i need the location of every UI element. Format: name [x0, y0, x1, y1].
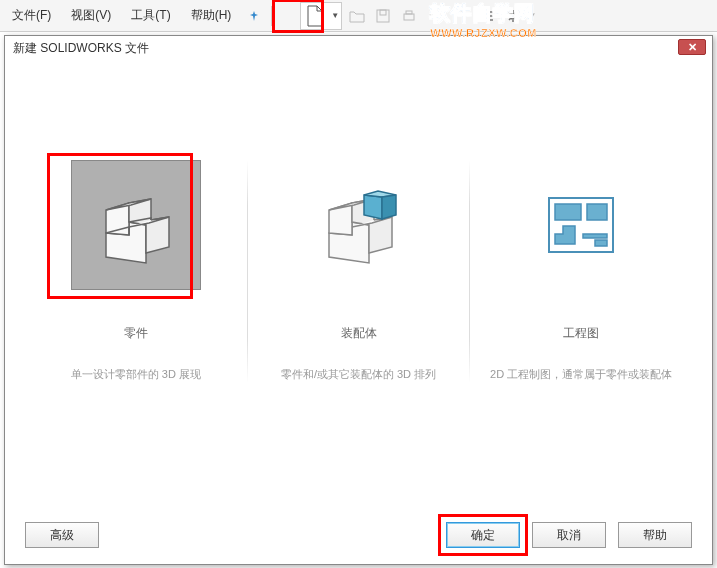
open-icon[interactable] [346, 5, 368, 27]
dialog-title-text: 新建 SOLIDWORKS 文件 [13, 40, 149, 57]
dialog-body: 零件 单一设计零部件的 3D 展现 装配体 零件和/或其它装配体的 3D [5, 60, 712, 403]
main-toolbar: 文件(F) 视图(V) 工具(T) 帮助(H) ▼ ↶ ↷ ▼ [0, 0, 717, 32]
svg-rect-3 [406, 11, 412, 14]
option-part-title: 零件 [124, 325, 148, 342]
watermark: 软件自学网 WWW.RJZXW.COM [430, 0, 537, 39]
option-assembly[interactable]: 装配体 零件和/或其它装配体的 3D 排列 [248, 160, 470, 383]
save-icon[interactable] [372, 5, 394, 27]
new-document-dropdown[interactable]: ▼ [329, 11, 341, 20]
ok-button[interactable]: 确定 [446, 522, 520, 548]
option-part-desc: 单一设计零部件的 3D 展现 [71, 366, 201, 383]
menu-tools[interactable]: 工具(T) [123, 3, 178, 28]
new-document-dialog: 新建 SOLIDWORKS 文件 ✕ 零件 单一设计零部件的 3D 展现 [4, 35, 713, 565]
new-document-button-group[interactable]: ▼ [300, 2, 342, 30]
new-document-icon[interactable] [301, 3, 329, 29]
advanced-button[interactable]: 高级 [25, 522, 99, 548]
print-icon[interactable] [398, 5, 420, 27]
option-drawing[interactable]: 工程图 2D 工程制图，通常属于零件或装配体 [470, 160, 692, 383]
option-assembly-title: 装配体 [341, 325, 377, 342]
dialog-footer: 高级 确定 取消 帮助 [25, 522, 692, 548]
menu-file[interactable]: 文件(F) [4, 3, 59, 28]
toolbar-separator [271, 6, 272, 26]
help-button[interactable]: 帮助 [618, 522, 692, 548]
drawing-icon [516, 160, 646, 290]
option-drawing-desc: 2D 工程制图，通常属于零件或装配体 [490, 366, 672, 383]
part-icon [71, 160, 201, 290]
assembly-icon [294, 160, 424, 290]
svg-rect-1 [380, 10, 386, 15]
close-button[interactable]: ✕ [678, 39, 706, 55]
option-part[interactable]: 零件 单一设计零部件的 3D 展现 [25, 160, 247, 383]
close-icon: ✕ [688, 41, 697, 54]
menu-view[interactable]: 视图(V) [63, 3, 119, 28]
cancel-button[interactable]: 取消 [532, 522, 606, 548]
menu-help[interactable]: 帮助(H) [183, 3, 240, 28]
watermark-title: 软件自学网 [430, 0, 537, 27]
dialog-titlebar: 新建 SOLIDWORKS 文件 ✕ [5, 36, 712, 60]
svg-rect-10 [587, 204, 607, 220]
svg-rect-0 [377, 10, 389, 22]
svg-rect-12 [595, 240, 607, 246]
watermark-url: WWW.RJZXW.COM [430, 27, 537, 39]
option-drawing-title: 工程图 [563, 325, 599, 342]
svg-rect-9 [555, 204, 581, 220]
svg-rect-11 [583, 234, 607, 238]
pin-icon[interactable] [243, 5, 265, 27]
option-assembly-desc: 零件和/或其它装配体的 3D 排列 [281, 366, 436, 383]
svg-rect-2 [404, 14, 414, 20]
